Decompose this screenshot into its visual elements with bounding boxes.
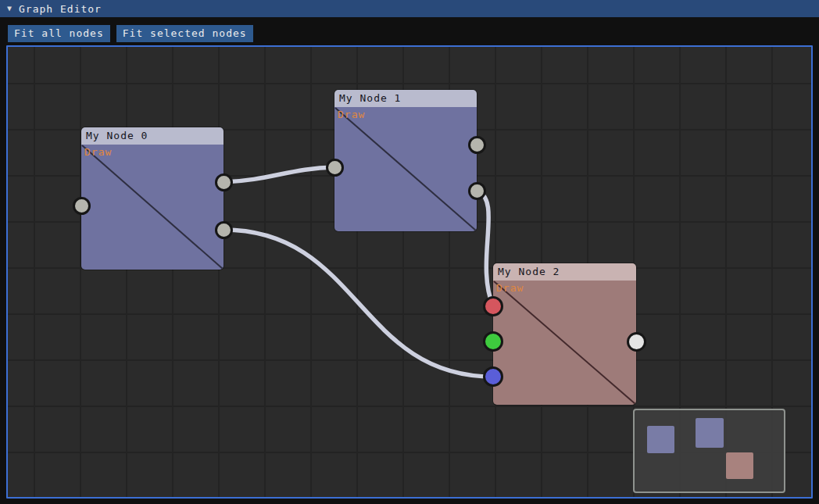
pin-my-node-0-input[interactable]: [73, 197, 91, 215]
link-node0-out1-to-node1-in[interactable]: [224, 167, 334, 182]
pin-my-node-1-input[interactable]: [326, 159, 344, 177]
window-title: Graph Editor: [19, 3, 102, 15]
node-title-my-node-0[interactable]: My Node 0: [81, 127, 224, 145]
node-draw-label-my-node-2: Draw: [496, 282, 524, 294]
node-draw-label-my-node-0: Draw: [84, 146, 112, 158]
node-my-node-1[interactable]: My Node 1Draw: [334, 90, 477, 231]
mini-my-node-2: [726, 452, 753, 479]
node-body-my-node-1[interactable]: Draw: [334, 107, 477, 231]
pin-my-node-1-output-2[interactable]: [468, 182, 486, 200]
pin-my-node-2-input-red[interactable]: [483, 296, 503, 316]
fit-selected-nodes-button[interactable]: Fit selected nodes: [116, 25, 253, 42]
node-editor-canvas[interactable]: My Node 0DrawMy Node 1DrawMy Node 2Draw: [6, 45, 813, 499]
graph-editor-window: { "window": { "collapse_icon": "\u25BC",…: [0, 0, 819, 504]
node-title-my-node-1[interactable]: My Node 1: [334, 90, 477, 107]
node-body-my-node-0[interactable]: Draw: [81, 145, 224, 270]
pin-my-node-1-output-1[interactable]: [468, 136, 486, 154]
link-node1-out2-to-node2-in-red[interactable]: [477, 191, 493, 306]
node-body-my-node-2[interactable]: Draw: [493, 281, 636, 405]
toolbar: Fit all nodes Fit selected nodes: [8, 25, 253, 42]
pin-my-node-2-input-green[interactable]: [483, 331, 503, 352]
node-draw-label-my-node-1: Draw: [338, 109, 365, 120]
node-diagonal-line-my-node-0: [81, 145, 224, 270]
node-diagonal-line-my-node-2: [493, 281, 636, 405]
fit-all-nodes-button[interactable]: Fit all nodes: [8, 25, 110, 42]
mini-my-node-0: [647, 426, 674, 453]
minimap[interactable]: [633, 409, 785, 493]
link-node0-out2-to-node2-in-blue[interactable]: [224, 230, 493, 377]
node-my-node-2[interactable]: My Node 2Draw: [493, 263, 636, 405]
pin-my-node-0-output-2[interactable]: [215, 221, 233, 239]
node-my-node-0[interactable]: My Node 0Draw: [81, 127, 224, 270]
node-title-my-node-2[interactable]: My Node 2: [493, 263, 636, 281]
pin-my-node-2-output[interactable]: [627, 332, 646, 352]
mini-my-node-1: [696, 418, 724, 448]
node-diagonal-line-my-node-1: [334, 107, 477, 231]
pin-my-node-2-input-blue[interactable]: [483, 366, 503, 387]
collapse-arrow-icon[interactable]: ▼: [7, 5, 12, 13]
pin-my-node-0-output-1[interactable]: [215, 173, 233, 191]
window-titlebar[interactable]: ▼ Graph Editor: [0, 0, 819, 17]
